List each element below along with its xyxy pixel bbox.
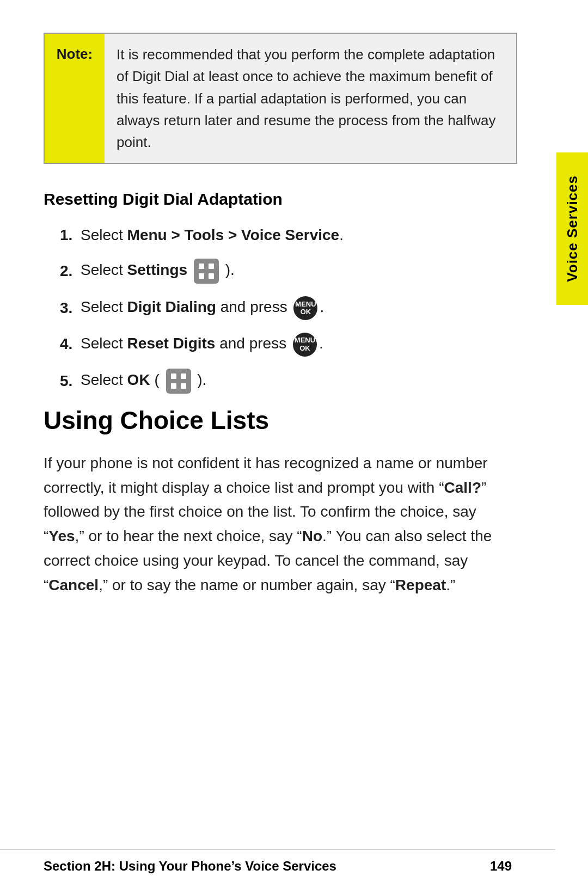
step-1-content: Select Menu > Tools > Voice Service. [81, 224, 517, 247]
svg-rect-2 [199, 273, 204, 279]
step-5-bold: OK [127, 371, 150, 388]
cancel-bold: Cancel [48, 577, 99, 593]
svg-rect-5 [181, 373, 186, 379]
yes-bold: Yes [48, 528, 75, 544]
step-2-content: Select Settings ). [81, 259, 517, 284]
step-4: 4. Select Reset Digits and press MENUOK. [60, 332, 517, 357]
using-choice-lists-para: If your phone is not confident it has re… [44, 451, 517, 598]
svg-rect-1 [209, 264, 214, 269]
using-choice-lists-heading: Using Choice Lists [44, 406, 517, 435]
menu-ok-icon-3: MENUOK [293, 296, 317, 320]
menu-ok-icon-4: MENUOK [293, 333, 317, 357]
using-choice-lists-section: Using Choice Lists If your phone is not … [44, 406, 517, 598]
svg-rect-6 [171, 383, 176, 389]
step-5-num: 5. [60, 370, 81, 393]
svg-rect-0 [199, 264, 204, 269]
svg-rect-3 [209, 273, 214, 279]
note-label: Note: [45, 34, 105, 163]
step-2: 2. Select Settings ). [60, 259, 517, 284]
side-tab: Voice Services [556, 152, 588, 305]
step-5: 5. Select OK ( ). [60, 369, 517, 394]
step-1-bold: Menu > Tools > Voice Service [127, 226, 340, 243]
resetting-heading: Resetting Digit Dial Adaptation [44, 190, 517, 209]
settings-icon-2 [194, 259, 219, 284]
side-tab-text: Voice Services [564, 175, 581, 282]
step-3-content: Select Digit Dialing and press MENUOK. [81, 296, 517, 320]
call-bold: Call? [444, 479, 481, 496]
step-2-num: 2. [60, 260, 81, 283]
no-bold: No [302, 528, 322, 544]
page-footer: Section 2H: Using Your Phone’s Voice Ser… [0, 849, 555, 882]
step-4-bold: Reset Digits [127, 335, 216, 352]
step-5-content: Select OK ( ). [81, 369, 517, 394]
step-1: 1. Select Menu > Tools > Voice Service. [60, 224, 517, 247]
step-4-num: 4. [60, 333, 81, 356]
step-1-num: 1. [60, 224, 81, 247]
steps-list: 1. Select Menu > Tools > Voice Service. … [60, 224, 517, 393]
footer-left: Section 2H: Using Your Phone’s Voice Ser… [44, 859, 336, 874]
svg-rect-4 [171, 373, 176, 379]
step-3-bold: Digit Dialing [127, 298, 216, 315]
note-box: Note: It is recommended that you perform… [44, 33, 517, 164]
settings-icon-5 [166, 369, 191, 394]
resetting-section: Resetting Digit Dial Adaptation 1. Selec… [44, 190, 517, 393]
note-text: It is recommended that you perform the c… [105, 34, 516, 163]
footer-right: 149 [490, 859, 512, 874]
step-3: 3. Select Digit Dialing and press MENUOK… [60, 296, 517, 320]
step-2-bold: Settings [127, 262, 187, 279]
step-4-content: Select Reset Digits and press MENUOK. [81, 332, 517, 357]
repeat-bold: Repeat [395, 577, 446, 593]
page-content: Note: It is recommended that you perform… [0, 0, 555, 849]
step-3-num: 3. [60, 297, 81, 320]
svg-rect-7 [181, 383, 186, 389]
